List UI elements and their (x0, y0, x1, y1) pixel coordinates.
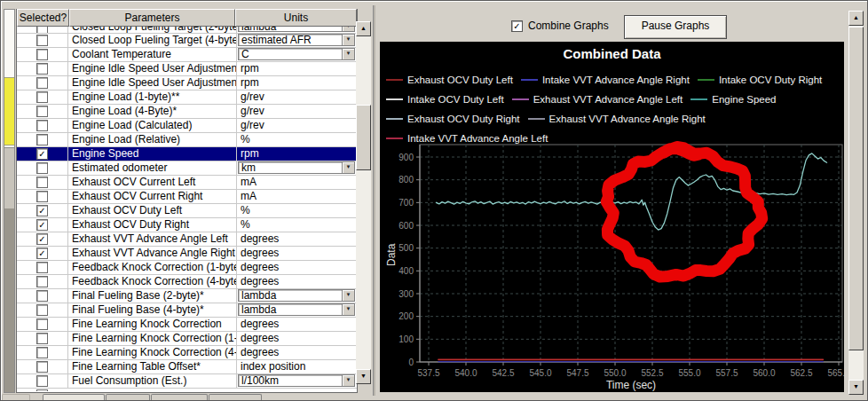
scroll-down-button[interactable]: ▼ (356, 369, 371, 384)
scrollbar-thumb[interactable] (848, 27, 864, 350)
unit-dropdown[interactable]: C▼ (238, 48, 355, 60)
chevron-down-icon[interactable]: ▼ (342, 162, 354, 173)
parameter-name[interactable]: Feedback Knock Correction (4-byte)* (68, 275, 237, 288)
table-row[interactable]: Feedback Knock Correction (1-byte)**degr… (17, 261, 357, 275)
row-checkbox[interactable] (36, 120, 48, 131)
row-checkbox[interactable] (36, 27, 48, 34)
bottom-tab[interactable] (43, 394, 105, 401)
row-checkbox[interactable] (36, 262, 48, 273)
row-checkbox[interactable] (36, 333, 48, 344)
table-row[interactable]: ✓Exhaust OCV Duty Left% (17, 204, 357, 218)
table-row[interactable]: Fine Learning Knock Correction (1-b...de… (17, 332, 357, 346)
parameter-name[interactable]: Exhaust OCV Duty Right (68, 218, 237, 232)
row-checkbox[interactable] (36, 63, 48, 75)
row-checkbox[interactable] (36, 91, 48, 103)
header-parameters[interactable]: Parameters (69, 9, 235, 27)
table-row[interactable]: Engine Load (1-byte)**g/rev (17, 90, 357, 105)
bottom-tab[interactable] (209, 394, 262, 401)
parameter-name[interactable]: Fuel Consumption (Est.) (68, 374, 237, 388)
graph-scrollbar[interactable]: ▲ ▼ (848, 11, 864, 395)
table-row[interactable]: Closed Loop Fueling Target (4-byte)*esti… (17, 34, 357, 48)
parameter-name[interactable]: Engine Idle Speed User Adjustment ... (68, 76, 237, 90)
parameter-name[interactable]: Exhaust OCV Duty Left (68, 204, 237, 217)
table-row[interactable]: Exhaust OCV Current RightmA (17, 190, 357, 204)
combine-graphs-label[interactable]: Combine Graphs (528, 20, 609, 32)
parameter-name[interactable]: Exhaust VVT Advance Angle Right (68, 247, 237, 260)
row-checkbox[interactable]: ✓ (36, 233, 48, 245)
unit-dropdown[interactable]: lambda▼ (238, 289, 355, 302)
parameter-name[interactable]: Fine Learning Knock Correction (1-b... (68, 332, 237, 345)
parameter-name[interactable]: Engine Load (Calculated) (68, 119, 237, 132)
slider-thumb[interactable] (4, 147, 14, 209)
bottom-tab[interactable] (106, 394, 150, 401)
unit-dropdown[interactable]: km▼ (238, 161, 355, 174)
row-checkbox[interactable] (36, 304, 48, 316)
row-checkbox[interactable]: ✓ (36, 219, 48, 231)
parameter-name[interactable]: Estimated odometer (68, 161, 237, 175)
table-row[interactable]: Fine Learning Knock Correction (4-b...de… (17, 346, 357, 360)
row-checkbox[interactable]: ✓ (36, 148, 48, 160)
row-checkbox[interactable] (36, 347, 48, 358)
parameter-name[interactable]: Closed Loop Fueling Target (2-byte) (68, 27, 237, 33)
unit-dropdown[interactable]: estimated AFR▼ (238, 34, 355, 46)
scrollbar-thumb[interactable] (356, 105, 371, 170)
pause-graphs-button[interactable]: Pause Graphs (624, 15, 727, 39)
row-checkbox[interactable] (36, 35, 48, 46)
row-checkbox[interactable] (36, 361, 48, 373)
row-checkbox[interactable] (36, 191, 48, 202)
parameter-name[interactable]: Fine Learning Table Offset* (68, 360, 237, 373)
combine-graphs-checkbox[interactable]: ✓ (511, 20, 523, 32)
parameter-name[interactable]: Engine Speed (68, 147, 237, 161)
table-row[interactable]: Coolant TemperatureC▼ (17, 48, 357, 62)
table-row[interactable]: Fine Learning Knock Correctiondegrees (17, 318, 357, 332)
bottom-tab[interactable] (2, 394, 30, 401)
table-row[interactable]: ✓Exhaust VVT Advance Angle Rightdegrees (17, 247, 357, 261)
table-row[interactable]: Engine Load (4-Byte)*g/rev (17, 105, 357, 119)
unit-dropdown[interactable]: l/100km▼ (238, 374, 355, 387)
parameter-name[interactable]: Coolant Temperature (68, 48, 237, 61)
table-row[interactable]: ✓Exhaust VVT Advance Angle Leftdegrees (17, 232, 357, 247)
row-checkbox[interactable]: ✓ (36, 205, 48, 216)
row-checkbox[interactable] (36, 290, 48, 302)
chevron-down-icon[interactable]: ▼ (342, 290, 354, 301)
row-checkbox[interactable] (36, 134, 48, 145)
scroll-up-button[interactable]: ▲ (356, 21, 371, 36)
header-selected[interactable]: Selected? (17, 9, 69, 27)
row-checkbox[interactable] (36, 276, 48, 287)
scroll-up-button[interactable]: ▲ (848, 11, 864, 26)
row-checkbox[interactable] (36, 177, 48, 188)
table-row[interactable]: Exhaust OCV Current LeftmA (17, 176, 357, 190)
table-row[interactable]: Final Fueling Base (4-byte)*lambda▼ (17, 303, 357, 318)
table-scrollbar[interactable]: ▲ ▼ (356, 21, 371, 384)
parameter-name[interactable]: Engine Load (4-Byte)* (68, 105, 237, 118)
row-checkbox[interactable] (36, 49, 48, 60)
table-row[interactable]: Fuel Consumption (Est.)l/100km▼ (17, 374, 357, 389)
row-checkbox[interactable] (36, 375, 48, 387)
parameter-name[interactable]: Feedback Knock Correction (1-byte)** (68, 261, 237, 274)
row-checkbox[interactable] (36, 318, 48, 330)
chevron-down-icon[interactable]: ▼ (342, 35, 354, 45)
table-row[interactable]: Engine Idle Speed User Adjustment ...rpm (17, 62, 357, 76)
parameter-name[interactable]: Engine Load (1-byte)** (68, 90, 237, 104)
parameter-name[interactable]: Engine Idle Speed User Adjustment ... (68, 62, 237, 75)
row-checkbox[interactable]: ✓ (36, 248, 48, 259)
table-row[interactable]: Closed Loop Fueling Target (2-byte)lambd… (17, 27, 357, 34)
parameter-name[interactable]: Exhaust VVT Advance Angle Left (68, 232, 237, 246)
table-row[interactable]: ✓Engine Speedrpm (17, 147, 357, 161)
slider-highlight-segment[interactable] (4, 77, 14, 145)
header-units[interactable]: Units (235, 9, 357, 27)
chevron-down-icon[interactable]: ▼ (342, 375, 354, 386)
parameter-name[interactable]: Closed Loop Fueling Target (4-byte)* (68, 34, 237, 47)
table-row[interactable]: Engine Idle Speed User Adjustment ...rpm (17, 76, 357, 90)
table-row[interactable]: ✓Exhaust OCV Duty Right% (17, 218, 357, 232)
parameter-name[interactable]: Final Fueling Base (4-byte)* (68, 303, 237, 317)
table-row[interactable]: Estimated odometerkm▼ (17, 161, 357, 176)
parameter-name[interactable]: Fine Learning Knock Correction (68, 318, 237, 331)
left-slider-track[interactable] (4, 9, 15, 393)
parameter-name[interactable]: Exhaust OCV Current Left (68, 176, 237, 189)
parameter-name[interactable]: Exhaust OCV Current Right (68, 190, 237, 203)
parameter-name[interactable]: Fine Learning Knock Correction (4-b... (68, 346, 237, 359)
parameter-name[interactable]: Final Fueling Base (2-byte)* (68, 289, 237, 303)
panel-divider[interactable] (373, 5, 375, 396)
unit-dropdown[interactable]: lambda▼ (238, 303, 355, 316)
